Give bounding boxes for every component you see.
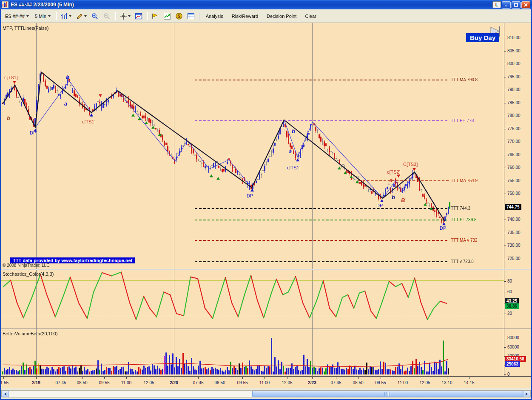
toolbar-separator — [56, 12, 56, 20]
chart-annotation: C[TS3] — [403, 162, 418, 167]
time-axis-label: 07:45 — [55, 380, 66, 385]
scroll-right-button[interactable] — [523, 391, 530, 397]
maximize-button[interactable] — [512, 1, 521, 9]
chart-annotation: DP — [247, 193, 253, 198]
price-axis-tick — [504, 103, 506, 103]
time-axis-tick — [265, 377, 265, 379]
price-axis-tick — [504, 142, 506, 142]
price-axis-label: 800.00 — [507, 61, 521, 66]
toolbar-separator — [115, 12, 115, 20]
time-axis-tick — [447, 377, 447, 379]
scrollbar-grip-icon — [384, 392, 391, 396]
interval-selector[interactable]: 5 Min — [32, 12, 53, 20]
zoom-in-icon — [91, 12, 99, 20]
ttt-ref-line — [195, 120, 447, 121]
chart-annotation: c[TS1] — [4, 75, 18, 80]
menu-clear[interactable]: Clear — [301, 12, 320, 20]
time-axis-label: 07:45 — [193, 380, 203, 385]
app-icon — [2, 1, 9, 8]
price-axis-label: 725.00 — [507, 256, 521, 261]
link-button[interactable]: L — [492, 1, 501, 8]
ttt-ref-line-label: TTT MA v 732 — [451, 238, 478, 243]
instrument-label: ES ##-## — [5, 14, 25, 19]
scroll-left-button[interactable] — [2, 391, 9, 397]
ttt-ref-line-label: TTT PL 739.8 — [451, 217, 477, 222]
time-axis-label: 13:10 — [441, 380, 452, 385]
price-chart-canvas[interactable] — [0, 23, 504, 269]
panel-splitter[interactable] — [0, 329, 532, 329]
time-axis-label: 09:55 — [237, 380, 248, 385]
chart-window-button[interactable] — [133, 11, 144, 21]
crosshair-icon — [119, 12, 127, 20]
price-axis-label: 795.00 — [507, 74, 521, 79]
line-chart-button[interactable] — [162, 11, 173, 21]
title-bar[interactable]: ES ##-## 2/23/2009 (5 Min) L — [0, 0, 532, 9]
time-axis-tick — [220, 377, 220, 379]
chart-annotation: c[TS2] — [387, 169, 401, 174]
time-axis-label: 08:50 — [353, 380, 363, 385]
window-border — [0, 9, 1, 400]
interval-label: 5 Min — [35, 14, 46, 19]
time-axis-tick — [336, 377, 336, 379]
volume-canvas[interactable] — [0, 329, 504, 376]
price-axis-tick — [504, 259, 506, 259]
price-axis-tick — [504, 168, 506, 168]
minimize-button[interactable] — [502, 1, 511, 9]
ttt-data-banner: TTT data provided by www.taylortradingte… — [10, 257, 135, 263]
coin-button[interactable]: $ — [174, 11, 185, 21]
right-arrow-icon — [526, 392, 528, 396]
time-axis-tick — [174, 377, 174, 379]
toolbar: ES ##-## 5 Min — [0, 9, 532, 23]
chart-window-icon — [135, 12, 142, 20]
tag-button[interactable] — [150, 11, 161, 21]
ttt-ref-line — [195, 208, 447, 209]
cursor-mode-button[interactable] — [118, 11, 132, 21]
volume-axis-tick — [504, 338, 506, 338]
price-axis[interactable]: 810.00805.00800.00795.00790.00785.00780.… — [504, 23, 532, 376]
tag-icon — [151, 12, 159, 20]
price-chart-panel[interactable]: MTP, TTTLines(False) Buy Day TTT data pr… — [0, 23, 504, 269]
menu-analysis[interactable]: Analysis — [202, 12, 227, 20]
stochastics-panel[interactable]: Stochastics_Color(4,3,3) — [0, 270, 504, 329]
panel-splitter[interactable] — [0, 269, 532, 270]
ttt-ref-line-label: TTT MA 754.9 — [451, 178, 478, 183]
scrollbar-thumb[interactable] — [252, 391, 523, 397]
chart-annotation: DP — [376, 203, 383, 208]
time-axis-tick — [104, 377, 105, 379]
price-axis-tick — [504, 77, 506, 77]
chart-annotation: a — [64, 100, 67, 107]
stoch-axis-label: 80 — [507, 279, 512, 283]
price-axis-tick — [504, 129, 506, 129]
volume-panel[interactable]: BetterVolumeBeta(20,100) — [0, 329, 504, 376]
zoom-out-button — [101, 11, 112, 21]
chart-annotation: B — [401, 197, 405, 203]
stochastics-canvas[interactable] — [0, 270, 504, 329]
horizontal-scrollbar[interactable] — [1, 390, 531, 397]
chart-annotation: b — [7, 115, 10, 121]
price-axis-label: 785.00 — [507, 100, 521, 105]
stochastics-label: Stochastics_Color(4,3,3) — [3, 271, 54, 277]
price-axis-label: 780.00 — [507, 113, 521, 118]
menu-decision-point[interactable]: Decision Point — [263, 12, 300, 20]
chart-indicator-label: MTP, TTTLines(False) — [3, 26, 48, 31]
price-axis-label: 730.00 — [507, 243, 521, 248]
bottom-strip — [0, 388, 532, 400]
ttt-ref-line — [195, 80, 447, 80]
close-button[interactable] — [521, 1, 530, 9]
price-axis-label: 735.00 — [507, 230, 521, 235]
drawing-tools-button[interactable] — [74, 11, 88, 21]
stoch-axis-tick — [504, 281, 506, 282]
instrument-selector[interactable]: ES ##-## — [3, 12, 31, 20]
time-axis-label: 11:00 — [259, 380, 270, 385]
grid-button[interactable] — [185, 11, 196, 21]
chart-annotation: b — [66, 74, 69, 80]
price-axis-label: 750.00 — [507, 191, 521, 196]
stoch-axis-tick — [504, 314, 506, 314]
zoom-in-button[interactable] — [89, 11, 100, 21]
time-axis[interactable]: 11:552/1907:4508:5009:5511:0012:052/2007… — [0, 376, 532, 388]
window-title: ES ##-## 2/23/2009 (5 Min) — [11, 2, 74, 8]
menu-risk-reward[interactable]: Risk/Reward — [228, 12, 262, 20]
price-axis-label: 775.00 — [507, 126, 521, 131]
chart-style-button[interactable] — [59, 11, 73, 21]
toolbar-separator — [199, 12, 199, 20]
